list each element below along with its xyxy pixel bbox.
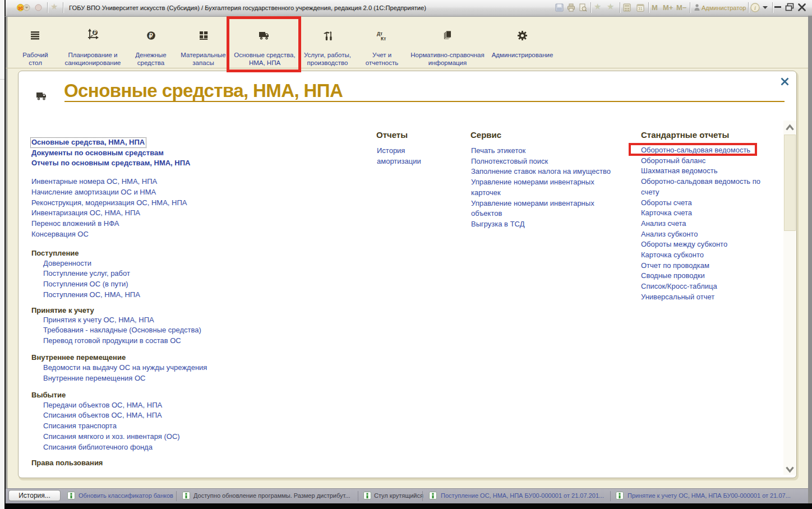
svg-text:₽: ₽ xyxy=(94,30,96,35)
svg-text:31: 31 xyxy=(638,7,643,11)
svg-text:₽: ₽ xyxy=(149,33,154,39)
svg-text:Кт: Кт xyxy=(381,36,386,41)
svg-text:1С: 1С xyxy=(18,6,23,10)
